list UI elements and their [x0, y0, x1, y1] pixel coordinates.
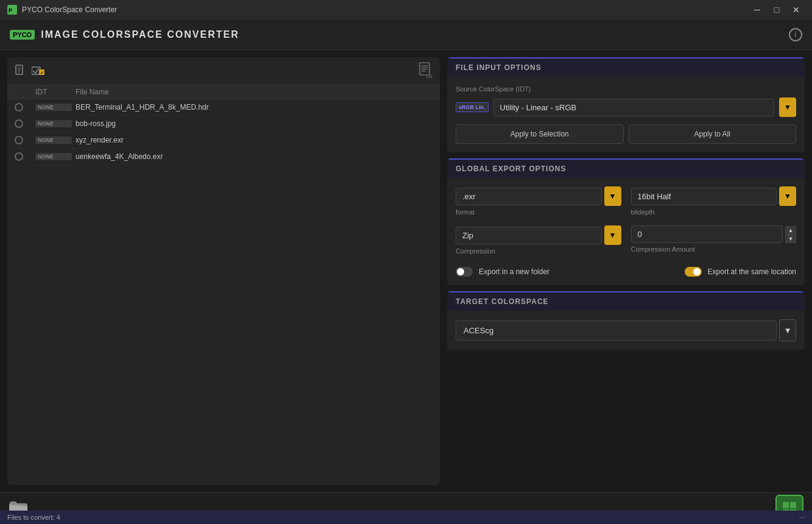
- compression-amount-label: Compression Amount: [631, 246, 797, 253]
- colorspace-select-row: sRGB Lin. Utility - Linear - sRGB ▼: [456, 97, 796, 117]
- bitdepth-label: bitdepth: [631, 208, 797, 216]
- colorspace-label: Source ColorSpace (IDT): [456, 85, 796, 93]
- main-content: ✓ LOG IDT File Name: [0, 50, 812, 492]
- table-row[interactable]: NONE uenkeewfa_4K_Albedo.exr: [7, 149, 440, 165]
- file-input-section-body: Source ColorSpace (IDT) sRGB Lin. Utilit…: [447, 77, 805, 152]
- table-row[interactable]: NONE xyz_render.exr: [7, 132, 440, 149]
- app-icon: P: [7, 5, 17, 15]
- global-export-section-body: .exr ▼ format 16bit Half ▼ bitdepth: [447, 178, 805, 285]
- row-filename-3: uenkeewfa_4K_Albedo.exr: [76, 152, 432, 161]
- row-idt-badge-1: NONE: [35, 120, 72, 127]
- title-bar-title: PYCO ColorSpace Converter: [22, 5, 117, 14]
- compression-dropdown-btn[interactable]: ▼: [604, 225, 621, 245]
- svg-text:LOG: LOG: [426, 74, 432, 78]
- right-panel: File Input Options Source ColorSpace (ID…: [447, 57, 805, 485]
- file-input-section-header: File Input Options: [447, 57, 805, 77]
- target-colorspace-select[interactable]: ACEScg: [456, 320, 777, 341]
- maximize-button[interactable]: □: [768, 4, 785, 16]
- app-title: IMAGE COLORSPACE CONVERTER: [41, 29, 239, 40]
- svg-rect-9: [420, 63, 429, 75]
- apply-all-button[interactable]: Apply to All: [629, 124, 797, 144]
- spinner-controls: ▲ ▼: [785, 226, 796, 243]
- new-folder-toggle-row: Export in a new folder: [456, 267, 549, 277]
- spinner-up-btn[interactable]: ▲: [785, 226, 796, 235]
- bitdepth-select[interactable]: 16bit Half: [631, 188, 777, 205]
- target-colorspace-dropdown-btn[interactable]: ▼: [779, 319, 796, 341]
- svg-text:✓: ✓: [40, 71, 44, 75]
- table-row[interactable]: NONE BER_Terminal_A1_HDR_A_8k_MED.hdr: [7, 99, 440, 116]
- dots-label: ···: [799, 514, 805, 521]
- format-field: .exr ▼ format: [456, 186, 621, 216]
- row-radio-2[interactable]: [15, 136, 23, 144]
- row-filename-1: bob-ross.jpg: [76, 119, 432, 128]
- new-folder-toggle[interactable]: [456, 267, 473, 277]
- document-icon[interactable]: [15, 65, 26, 78]
- title-bar-left: P PYCO ColorSpace Converter: [7, 5, 117, 15]
- title-bar: P PYCO ColorSpace Converter ─ □ ✕: [0, 0, 812, 19]
- close-button[interactable]: ✕: [788, 4, 805, 16]
- app-logo: PYCO IMAGE COLORSPACE CONVERTER: [10, 29, 239, 40]
- compression-select-row: Zip ▼: [456, 225, 621, 245]
- row-filename-0: BER_Terminal_A1_HDR_A_8k_MED.hdr: [76, 103, 432, 112]
- new-folder-label: Export in a new folder: [479, 267, 549, 276]
- same-location-toggle-row: Export at the same location: [685, 267, 796, 277]
- row-radio-1[interactable]: [15, 119, 23, 128]
- row-idt-badge-0: NONE: [35, 104, 72, 111]
- source-colorspace-select[interactable]: Utility - Linear - sRGB: [493, 99, 774, 116]
- global-export-section-header: Global Export Options: [447, 158, 805, 178]
- col-header-empty: [15, 88, 32, 96]
- bitdepth-field: 16bit Half ▼ bitdepth: [631, 186, 797, 216]
- app-header: PYCO IMAGE COLORSPACE CONVERTER i: [0, 19, 812, 50]
- row-radio-0[interactable]: [15, 103, 23, 112]
- source-colorspace-dropdown-btn[interactable]: ▼: [779, 97, 796, 117]
- format-dropdown-btn[interactable]: ▼: [604, 186, 621, 206]
- bottom-area: Files to convert: 4 ···: [0, 492, 812, 524]
- bitdepth-dropdown-btn[interactable]: ▼: [779, 186, 796, 206]
- toggle-row: Export in a new folder Export at the sam…: [456, 263, 796, 277]
- apply-buttons: Apply to Selection Apply to All: [456, 124, 796, 144]
- global-export-section: Global Export Options .exr ▼ format: [447, 158, 805, 285]
- compression-select[interactable]: Zip: [456, 227, 602, 244]
- format-select-row: .exr ▼: [456, 186, 621, 206]
- row-radio-3[interactable]: [15, 152, 23, 161]
- status-text: Files to convert: 4: [7, 514, 60, 521]
- row-idt-badge-3: NONE: [35, 153, 72, 160]
- minimize-button[interactable]: ─: [749, 4, 766, 16]
- table-row[interactable]: NONE bob-ross.jpg: [7, 116, 440, 132]
- compression-field: Zip ▼ Compression: [456, 225, 621, 255]
- toolbar-left: ✓: [15, 65, 45, 78]
- compression-amount-row: 0 ▲ ▼: [631, 225, 797, 243]
- format-label: format: [456, 208, 621, 216]
- apply-selection-button[interactable]: Apply to Selection: [456, 124, 624, 144]
- log-icon[interactable]: LOG: [419, 62, 432, 80]
- file-table-header: IDT File Name: [7, 85, 440, 99]
- bitdepth-select-row: 16bit Half ▼: [631, 186, 797, 206]
- row-filename-2: xyz_render.exr: [76, 136, 432, 144]
- logo-badge: PYCO: [10, 30, 35, 40]
- status-bar: Files to convert: 4 ···: [0, 511, 812, 524]
- file-panel: ✓ LOG IDT File Name: [7, 57, 440, 485]
- svg-rect-16: [790, 502, 796, 508]
- compression-amount-input[interactable]: 0: [631, 225, 783, 243]
- same-location-label: Export at the same location: [708, 267, 796, 276]
- check-icon[interactable]: ✓: [32, 65, 45, 77]
- info-icon[interactable]: i: [789, 28, 802, 41]
- svg-rect-15: [783, 502, 789, 508]
- file-list: NONE BER_Terminal_A1_HDR_A_8k_MED.hdr NO…: [7, 99, 440, 485]
- title-bar-controls: ─ □ ✕: [749, 4, 805, 16]
- same-location-toggle[interactable]: [685, 267, 702, 277]
- compression-amount-field: 0 ▲ ▼ Compression Amount: [631, 225, 797, 255]
- file-input-section: File Input Options Source ColorSpace (ID…: [447, 57, 805, 152]
- export-grid: .exr ▼ format 16bit Half ▼ bitdepth: [456, 186, 796, 255]
- spinner-down-btn[interactable]: ▼: [785, 235, 796, 243]
- col-header-filename: File Name: [76, 88, 432, 96]
- target-section-header: TARGET COLORSPACE: [447, 291, 805, 311]
- target-select-row: ACEScg ▼: [447, 311, 805, 350]
- file-panel-toolbar: ✓ LOG: [7, 57, 440, 85]
- svg-text:P: P: [9, 7, 12, 13]
- target-colorspace-section: TARGET COLORSPACE ACEScg ▼: [447, 291, 805, 350]
- row-idt-badge-2: NONE: [35, 136, 72, 144]
- cs-badge: sRGB Lin.: [456, 102, 489, 112]
- format-select[interactable]: .exr: [456, 188, 602, 205]
- compression-label: Compression: [456, 247, 621, 255]
